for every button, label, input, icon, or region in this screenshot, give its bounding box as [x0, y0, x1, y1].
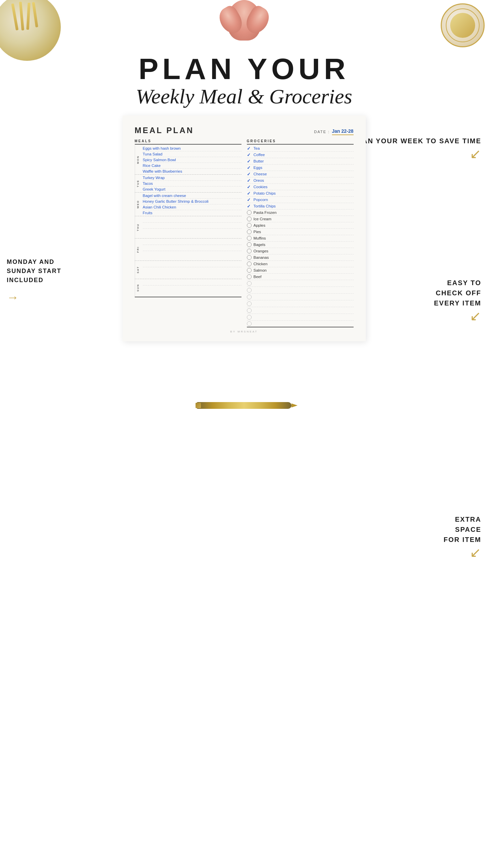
- grocery-name: Potato Chips: [254, 191, 276, 195]
- grocery-item: ✓ Eggs: [247, 165, 354, 171]
- day-meals-tue: Turkey Wrap Tacos Greek Yogurt: [141, 175, 241, 192]
- grocery-item: Muffins: [247, 235, 354, 242]
- groceries-column: GROCERIES ✓ Tea ✓ Coffee ✓ Butter: [247, 139, 354, 327]
- pen-decoration: [197, 402, 291, 410]
- grocery-name: Beef: [254, 275, 262, 279]
- grocery-item: ✓ Coffee: [247, 152, 354, 158]
- grocery-name: Muffins: [254, 236, 266, 240]
- grocery-name: Butter: [254, 159, 264, 163]
- grocery-checkmark: ✓: [247, 146, 252, 151]
- grocery-checkbox-empty[interactable]: [247, 281, 252, 286]
- day-section-sun: SUN: [135, 279, 241, 297]
- meal-item: Eggs with hash brown: [143, 146, 241, 151]
- grocery-checkmark: ✓: [247, 191, 252, 196]
- grocery-checkbox-empty[interactable]: [247, 288, 252, 293]
- meals-column-header: MEALS: [135, 139, 241, 145]
- bottom-decoration: [0, 375, 488, 430]
- grocery-name: Salmon: [254, 268, 267, 272]
- grocery-checkbox-empty[interactable]: [247, 308, 252, 313]
- day-label-wed: WED: [135, 193, 141, 216]
- grocery-name: Popcorn: [254, 198, 268, 202]
- grocery-checkmark: ✓: [247, 172, 252, 176]
- grocery-item: ✓ Potato Chips: [247, 190, 354, 197]
- grocery-checkmark: ✓: [247, 165, 252, 170]
- grocery-item: ✓ Butter: [247, 158, 354, 165]
- grocery-checkbox-empty[interactable]: [247, 321, 252, 326]
- grocery-name: Pasta Frozen: [254, 210, 277, 215]
- grocery-item: Bananas: [247, 254, 354, 261]
- grocery-checkbox-empty[interactable]: [247, 295, 252, 299]
- grocery-name: Chicken: [254, 262, 268, 266]
- day-label-mon: MON: [135, 145, 141, 174]
- grocery-checkbox-unchecked[interactable]: [247, 268, 252, 273]
- grocery-checkmark: ✓: [247, 197, 252, 202]
- grocery-checkbox-empty[interactable]: [247, 315, 252, 320]
- grocery-item: ✓ Popcorn: [247, 197, 354, 203]
- grocery-name: Oranges: [254, 249, 268, 253]
- grocery-item: Pies: [247, 229, 354, 235]
- footer-credit: BY MRSNEAT: [135, 330, 354, 333]
- planner-columns: MEALS MON Eggs with hash brown Tuna Sala…: [135, 139, 354, 327]
- grocery-name: Pies: [254, 230, 261, 234]
- grocery-checkbox-unchecked[interactable]: [247, 236, 252, 241]
- day-section-mon: MON Eggs with hash brown Tuna Salad Spic…: [135, 145, 241, 175]
- page: PLAN YOUR Weekly Meal & Groceries MONDAY…: [0, 0, 488, 868]
- date-label: DATE :: [314, 130, 330, 134]
- grocery-item: Oranges: [247, 248, 354, 254]
- grocery-checkbox-unchecked[interactable]: [247, 217, 252, 221]
- grocery-item: ✓ Cheese: [247, 171, 354, 177]
- grocery-name: Coffee: [254, 153, 265, 157]
- grocery-item: ✓ Tea: [247, 145, 354, 152]
- grocery-name: Eggs: [254, 166, 262, 170]
- meals-column: MEALS MON Eggs with hash brown Tuna Sala…: [135, 139, 241, 327]
- grocery-item: Apples: [247, 222, 354, 229]
- grocery-checkbox-unchecked[interactable]: [247, 262, 252, 266]
- grocery-item-empty: [247, 294, 354, 300]
- meal-item: Rice Cake: [143, 163, 241, 169]
- day-section-sat: SAT: [135, 261, 241, 279]
- grocery-item: Ice Cream: [247, 216, 354, 222]
- planner-card: MEAL PLAN DATE : Jan 22-28 MEALS MON Egg…: [123, 116, 366, 341]
- grocery-item-empty: [247, 307, 354, 314]
- grocery-name: Oreos: [254, 178, 264, 182]
- grocery-item: Beef: [247, 274, 354, 280]
- groceries-column-header: GROCERIES: [247, 139, 354, 145]
- grocery-checkbox-unchecked[interactable]: [247, 255, 252, 260]
- grocery-item: ✓ Cookies: [247, 184, 354, 190]
- annotation-right-mid: EASY TOCHECK OFFEVERY ITEM ↙: [434, 278, 481, 324]
- grocery-name: Bananas: [254, 255, 269, 259]
- meal-item: Tuna Salad: [143, 151, 241, 157]
- annotation-right-top: PLAN YOUR WEEK TO SAVE TIME ↙: [352, 136, 481, 162]
- top-right-decoration: [427, 0, 488, 54]
- meal-item: Bagel with cream cheese: [143, 193, 241, 199]
- meal-item: Tacos: [143, 181, 241, 187]
- day-section-thu: THU: [135, 216, 241, 239]
- meal-item: Greek Yogurt: [143, 187, 241, 192]
- day-section-fri: FRI: [135, 239, 241, 261]
- grocery-checkbox-unchecked[interactable]: [247, 242, 252, 247]
- grocery-checkmark: ✓: [247, 159, 252, 164]
- grocery-item-empty: [247, 314, 354, 321]
- day-label-fri: FRI: [135, 239, 141, 261]
- grocery-checkbox-unchecked[interactable]: [247, 210, 252, 215]
- day-meals-mon: Eggs with hash brown Tuna Salad Spicy Sa…: [141, 145, 241, 174]
- day-meals-wed: Bagel with cream cheese Honey Garlic But…: [141, 193, 241, 216]
- main-content: MONDAY AND SUNDAY START INCLUDED → PLAN …: [0, 116, 488, 375]
- grocery-checkbox-unchecked[interactable]: [247, 223, 252, 228]
- grocery-item: Chicken: [247, 261, 354, 267]
- date-value[interactable]: Jan 22-28: [332, 128, 354, 135]
- grocery-checkbox-unchecked[interactable]: [247, 249, 252, 253]
- grocery-item-empty: [247, 287, 354, 294]
- grocery-name: Tea: [254, 146, 260, 150]
- annotation-right-bottom: EXTRASPACEFOR ITEM ↙: [443, 514, 481, 561]
- grocery-checkmark: ✓: [247, 178, 252, 183]
- meal-item: Spicy Salmon Bowl: [143, 157, 241, 163]
- grocery-checkbox-unchecked[interactable]: [247, 274, 252, 279]
- grocery-item: ✓ Oreos: [247, 177, 354, 184]
- grocery-name: Tortilla Chips: [254, 204, 276, 208]
- grocery-checkbox-unchecked[interactable]: [247, 229, 252, 234]
- grocery-checkbox-empty[interactable]: [247, 301, 252, 306]
- top-center-decoration: [217, 0, 271, 47]
- top-left-decoration: [0, 0, 81, 68]
- grocery-name: Ice Cream: [254, 217, 272, 221]
